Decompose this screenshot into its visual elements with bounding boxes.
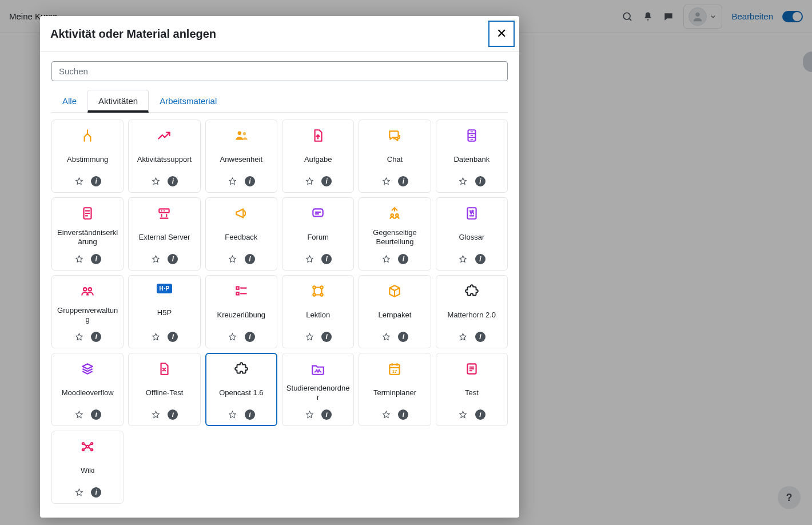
checklist-icon bbox=[234, 284, 249, 299]
favorite-button[interactable] bbox=[304, 332, 315, 342]
info-button[interactable]: i bbox=[168, 176, 178, 186]
favorite-button[interactable] bbox=[228, 409, 238, 420]
info-button[interactable]: i bbox=[398, 409, 408, 420]
activity-card-moodleoverflow[interactable]: Moodleoverflow i bbox=[51, 353, 124, 426]
activity-card-matterhorn[interactable]: Matterhorn 2.0 i bbox=[436, 275, 508, 348]
info-button[interactable]: i bbox=[398, 332, 408, 342]
info-button[interactable]: i bbox=[475, 332, 485, 342]
favorite-button[interactable] bbox=[74, 409, 84, 420]
card-footer: i bbox=[74, 254, 101, 264]
activity-card-external-server[interactable]: External Server i bbox=[128, 197, 200, 271]
doc-lines-icon bbox=[80, 206, 95, 221]
favorite-button[interactable] bbox=[381, 409, 391, 420]
favorite-button[interactable] bbox=[228, 332, 238, 342]
info-button[interactable]: i bbox=[91, 487, 101, 498]
activity-card-aktivitaetssupport[interactable]: Aktivitätssupport i bbox=[128, 120, 200, 193]
activity-grid: Abstimmung i Aktivitätssupport i Anwesen… bbox=[51, 120, 508, 504]
favorite-button[interactable] bbox=[150, 176, 161, 186]
info-button[interactable]: i bbox=[245, 332, 255, 342]
calendar-icon bbox=[387, 361, 402, 376]
activity-card-offline-test[interactable]: Offline-Test i bbox=[128, 353, 200, 426]
activity-card-gruppenverwaltung[interactable]: Gruppenverwaltung i bbox=[51, 275, 124, 348]
close-button[interactable]: ✕ bbox=[488, 21, 515, 47]
info-button[interactable]: i bbox=[475, 176, 485, 186]
puzzle-icon bbox=[464, 284, 479, 299]
info-button[interactable]: i bbox=[91, 176, 101, 186]
card-footer: i bbox=[228, 409, 255, 420]
info-button[interactable]: i bbox=[321, 409, 332, 420]
favorite-button[interactable] bbox=[458, 409, 468, 420]
activity-card-gegenseitige-beurteilung[interactable]: Gegenseitige Beurteilung i bbox=[359, 197, 431, 271]
info-button[interactable]: i bbox=[398, 254, 408, 264]
tab-activities[interactable]: Aktivitäten bbox=[87, 90, 149, 113]
activity-card-datenbank[interactable]: Datenbank i bbox=[436, 120, 508, 193]
speech-icon bbox=[311, 206, 325, 221]
activity-card-feedback[interactable]: Feedback i bbox=[205, 197, 277, 271]
activity-card-chat[interactable]: Chat i bbox=[359, 120, 431, 193]
favorite-button[interactable] bbox=[228, 176, 238, 186]
favorite-button[interactable] bbox=[381, 176, 391, 186]
info-button[interactable]: i bbox=[245, 176, 255, 186]
favorite-button[interactable] bbox=[74, 487, 84, 498]
group-icon bbox=[80, 284, 95, 299]
favorite-button[interactable] bbox=[150, 254, 161, 264]
activity-card-lektion[interactable]: Lektion i bbox=[282, 275, 354, 348]
info-button[interactable]: i bbox=[321, 332, 332, 342]
puzzle-icon bbox=[234, 361, 249, 376]
info-button[interactable]: i bbox=[321, 176, 332, 186]
activity-card-wiki[interactable]: Wiki i bbox=[51, 431, 124, 504]
favorite-button[interactable] bbox=[74, 332, 84, 342]
activity-card-opencast[interactable]: Opencast 1.6 i bbox=[205, 353, 277, 426]
info-button[interactable]: i bbox=[168, 254, 178, 264]
favorite-button[interactable] bbox=[74, 176, 84, 186]
upload-doc-icon bbox=[311, 128, 325, 143]
activity-card-abstimmung[interactable]: Abstimmung i bbox=[51, 120, 124, 193]
lesson-icon bbox=[311, 284, 325, 299]
info-button[interactable]: i bbox=[321, 254, 332, 264]
info-button[interactable]: i bbox=[245, 254, 255, 264]
favorite-button[interactable] bbox=[458, 332, 468, 342]
activity-card-glossar[interactable]: Glossar i bbox=[436, 197, 508, 271]
favorite-button[interactable] bbox=[304, 254, 315, 264]
favorite-button[interactable] bbox=[381, 332, 391, 342]
card-footer: i bbox=[458, 332, 485, 342]
glossary-icon bbox=[464, 206, 479, 221]
activity-card-aufgabe[interactable]: Aufgabe i bbox=[282, 120, 354, 193]
info-button[interactable]: i bbox=[475, 409, 485, 420]
activity-card-h5p[interactable]: H·P H5P i bbox=[128, 275, 200, 348]
favorite-button[interactable] bbox=[228, 254, 238, 264]
activity-card-test[interactable]: Test i bbox=[436, 353, 508, 426]
card-footer: i bbox=[381, 254, 408, 264]
activity-card-einverstaendnis[interactable]: Einverständniserklärung i bbox=[51, 197, 124, 271]
dialog-body: Alle Aktivitäten Arbeitsmaterial Abstimm… bbox=[40, 52, 519, 518]
info-button[interactable]: i bbox=[91, 409, 101, 420]
tab-resources[interactable]: Arbeitsmaterial bbox=[149, 90, 228, 113]
tabs: Alle Aktivitäten Arbeitsmaterial bbox=[51, 89, 508, 113]
tab-all[interactable]: Alle bbox=[51, 90, 87, 113]
favorite-button[interactable] bbox=[150, 409, 161, 420]
activity-card-forum[interactable]: Forum i bbox=[282, 197, 354, 271]
favorite-button[interactable] bbox=[304, 409, 315, 420]
info-button[interactable]: i bbox=[168, 332, 178, 342]
favorite-button[interactable] bbox=[304, 176, 315, 186]
activity-card-kreuzeruebung[interactable]: Kreuzerlübung i bbox=[205, 275, 277, 348]
favorite-button[interactable] bbox=[381, 254, 391, 264]
activity-card-lernpaket[interactable]: Lernpaket i bbox=[359, 275, 431, 348]
info-button[interactable]: i bbox=[91, 254, 101, 264]
info-button[interactable]: i bbox=[475, 254, 485, 264]
activity-card-studierendenordner[interactable]: Studierendenordner i bbox=[282, 353, 354, 426]
info-button[interactable]: i bbox=[168, 409, 178, 420]
search-input[interactable] bbox=[51, 61, 508, 81]
activity-card-terminplaner[interactable]: Terminplaner i bbox=[359, 353, 431, 426]
info-button[interactable]: i bbox=[398, 176, 408, 186]
favorite-button[interactable] bbox=[458, 254, 468, 264]
favorite-button[interactable] bbox=[74, 254, 84, 264]
activity-label: Gruppenverwaltung bbox=[55, 302, 120, 328]
activity-label: External Server bbox=[139, 224, 190, 250]
info-button[interactable]: i bbox=[245, 409, 255, 420]
favorite-button[interactable] bbox=[150, 332, 161, 342]
activity-card-anwesenheit[interactable]: Anwesenheit i bbox=[205, 120, 277, 193]
activity-chooser-dialog: Aktivität oder Material anlegen ✕ Alle A… bbox=[40, 16, 519, 518]
favorite-button[interactable] bbox=[458, 176, 468, 186]
info-button[interactable]: i bbox=[91, 332, 101, 342]
